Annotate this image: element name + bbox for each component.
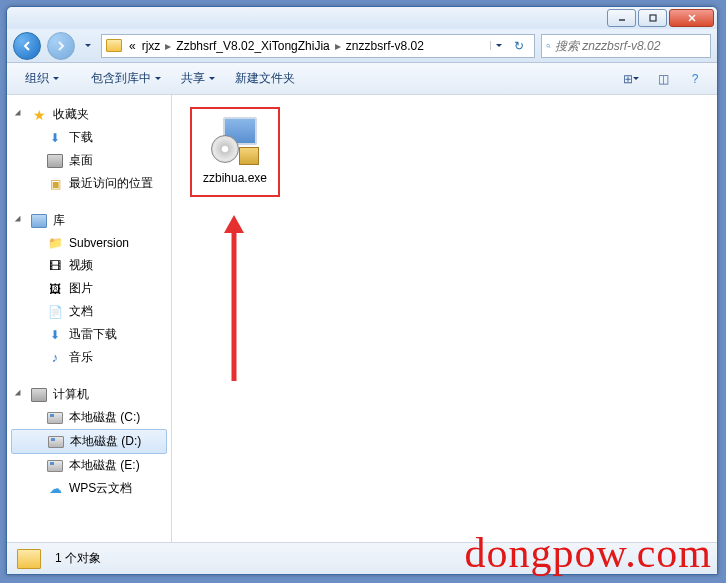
sidebar-item-wps-cloud[interactable]: ☁WPS云文档 (7, 477, 171, 500)
folder-icon: 📁 (47, 235, 63, 251)
maximize-button[interactable] (638, 9, 667, 27)
view-options-button[interactable]: ⊞ (619, 69, 643, 89)
breadcrumb-item[interactable]: Zzbhsrf_V8.02_XiTongZhiJia (173, 39, 332, 53)
sidebar-item-drive-d[interactable]: 本地磁盘 (D:) (11, 429, 167, 454)
history-dropdown[interactable] (81, 36, 95, 56)
refresh-button[interactable]: ↻ (508, 39, 530, 53)
drive-icon (47, 410, 63, 426)
picture-icon: 🖼 (47, 281, 63, 297)
status-text: 1 个对象 (55, 550, 101, 567)
breadcrumb: « rjxz ▸ Zzbhsrf_V8.02_XiTongZhiJia ▸ zn… (126, 39, 427, 53)
address-dropdown[interactable] (490, 41, 506, 50)
caret-down-icon (209, 77, 215, 83)
toolbar: 组织 包含到库中 共享 新建文件夹 ⊞ ◫ ? (7, 63, 717, 95)
file-list-pane[interactable]: zzbihua.exe (172, 95, 717, 542)
sidebar-item-downloads[interactable]: ⬇下载 (7, 126, 171, 149)
file-name-label: zzbihua.exe (203, 171, 267, 187)
caret-down-icon (53, 77, 59, 83)
chevron-right-icon: ▸ (333, 39, 343, 53)
caret-down-icon (633, 77, 639, 83)
navigation-bar: « rjxz ▸ Zzbhsrf_V8.02_XiTongZhiJia ▸ zn… (7, 29, 717, 63)
file-item[interactable]: zzbihua.exe (190, 107, 280, 197)
breadcrumb-item[interactable]: rjxz (139, 39, 164, 53)
help-button[interactable]: ? (683, 69, 707, 89)
library-icon (31, 213, 47, 229)
close-button[interactable] (669, 9, 714, 27)
sidebar-item-drive-c[interactable]: 本地磁盘 (C:) (7, 406, 171, 429)
body: ★收藏夹 ⬇下载 桌面 ▣最近访问的位置 库 📁Subversion 🎞视频 🖼… (7, 95, 717, 542)
address-bar[interactable]: « rjxz ▸ Zzbhsrf_V8.02_XiTongZhiJia ▸ zn… (101, 34, 535, 58)
search-input[interactable] (555, 39, 706, 53)
search-icon (546, 39, 551, 53)
caret-down-icon (85, 44, 91, 50)
sidebar-item-subversion[interactable]: 📁Subversion (7, 232, 171, 254)
sidebar-item-drive-e[interactable]: 本地磁盘 (E:) (7, 454, 171, 477)
download-icon: ⬇ (47, 327, 63, 343)
sidebar-item-xunlei[interactable]: ⬇迅雷下载 (7, 323, 171, 346)
chevron-right-icon: ▸ (163, 39, 173, 53)
sidebar-libraries[interactable]: 库 (7, 209, 171, 232)
sidebar-item-music[interactable]: ♪音乐 (7, 346, 171, 369)
new-folder-button[interactable]: 新建文件夹 (227, 66, 303, 91)
share-menu[interactable]: 共享 (173, 66, 223, 91)
organize-menu[interactable]: 组织 (17, 66, 67, 91)
folder-icon (106, 39, 122, 52)
star-icon: ★ (31, 107, 47, 123)
sidebar-computer[interactable]: 计算机 (7, 383, 171, 406)
preview-pane-button[interactable]: ◫ (651, 69, 675, 89)
explorer-window: « rjxz ▸ Zzbhsrf_V8.02_XiTongZhiJia ▸ zn… (6, 6, 718, 575)
installer-icon (211, 117, 259, 165)
cloud-icon: ☁ (47, 481, 63, 497)
svg-rect-1 (650, 15, 656, 21)
titlebar (7, 7, 717, 29)
sidebar-item-recent[interactable]: ▣最近访问的位置 (7, 172, 171, 195)
navigation-pane: ★收藏夹 ⬇下载 桌面 ▣最近访问的位置 库 📁Subversion 🎞视频 🖼… (7, 95, 172, 542)
search-box[interactable] (541, 34, 711, 58)
download-icon: ⬇ (47, 130, 63, 146)
sidebar-item-desktop[interactable]: 桌面 (7, 149, 171, 172)
folder-icon (17, 549, 41, 569)
drive-icon (47, 458, 63, 474)
svg-point-4 (547, 44, 550, 47)
caret-down-icon (496, 44, 502, 50)
breadcrumb-prefix[interactable]: « (126, 39, 139, 53)
sidebar-item-documents[interactable]: 📄文档 (7, 300, 171, 323)
sidebar-favorites[interactable]: ★收藏夹 (7, 103, 171, 126)
recent-icon: ▣ (47, 176, 63, 192)
drive-icon (48, 434, 64, 450)
music-icon: ♪ (47, 350, 63, 366)
annotation-arrow (227, 215, 241, 385)
document-icon: 📄 (47, 304, 63, 320)
caret-down-icon (155, 77, 161, 83)
sidebar-item-videos[interactable]: 🎞视频 (7, 254, 171, 277)
breadcrumb-item[interactable]: znzzbsrf-v8.02 (343, 39, 427, 53)
video-icon: 🎞 (47, 258, 63, 274)
status-bar: 1 个对象 (7, 542, 717, 574)
desktop-icon (47, 153, 63, 169)
minimize-button[interactable] (607, 9, 636, 27)
include-in-library-menu[interactable]: 包含到库中 (83, 66, 169, 91)
sidebar-item-pictures[interactable]: 🖼图片 (7, 277, 171, 300)
back-button[interactable] (13, 32, 41, 60)
computer-icon (31, 387, 47, 403)
forward-button[interactable] (47, 32, 75, 60)
svg-line-5 (549, 46, 550, 47)
